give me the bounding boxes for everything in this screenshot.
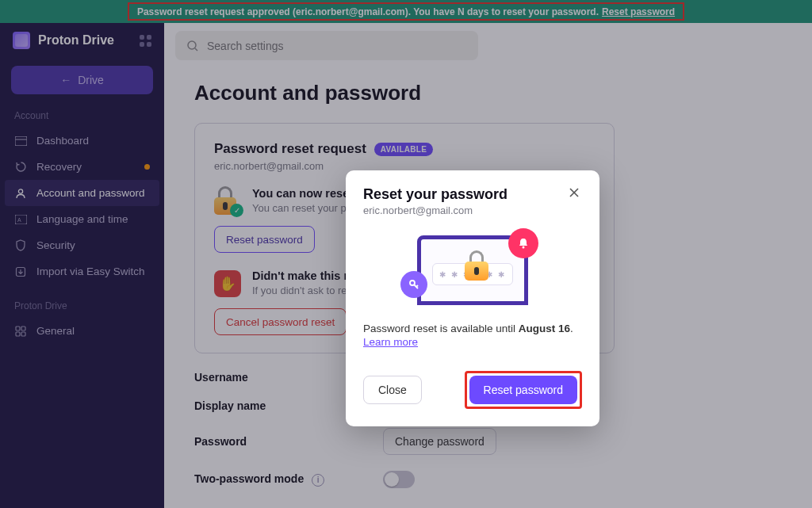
bell-icon [508, 228, 538, 258]
reset-password-modal: Reset your password eric.norbert@gmail.c… [346, 170, 599, 426]
svg-line-17 [416, 285, 418, 287]
modal-title: Reset your password [363, 186, 508, 203]
modal-close-button[interactable]: Close [363, 376, 422, 404]
close-icon[interactable] [568, 186, 582, 201]
modal-reset-button[interactable]: Reset password [469, 376, 577, 404]
key-icon [400, 271, 427, 298]
svg-point-14 [523, 246, 525, 249]
modal-email: eric.norbert@gmail.com [363, 204, 508, 216]
modal-illustration: ✱ ✱ ✱✱ ✱ ✱ [363, 224, 582, 316]
highlight-frame: Reset password [465, 371, 582, 409]
modal-text: Password reset is available until August… [363, 323, 582, 334]
learn-more-link[interactable]: Learn more [363, 336, 418, 348]
